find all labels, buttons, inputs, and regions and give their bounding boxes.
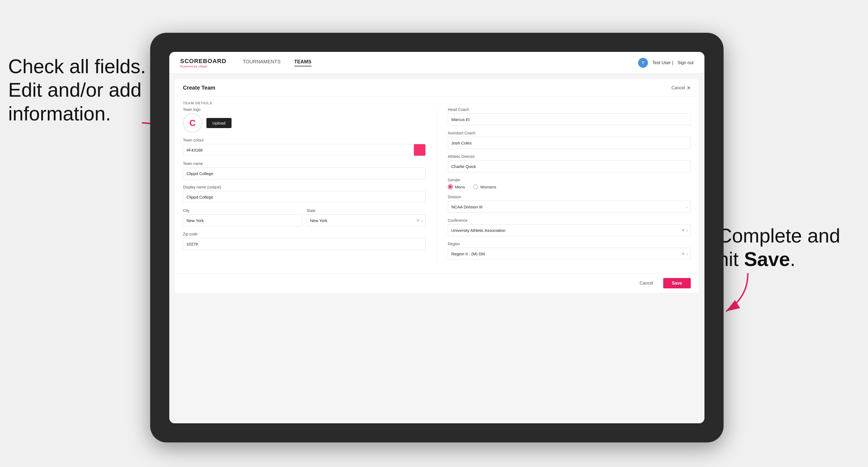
gender-womens-option[interactable]: Womens — [473, 184, 496, 189]
display-name-label: Display name (unique) — [183, 185, 426, 189]
create-team-modal: Create Team Cancel ✕ TEAM DETAILS Team l… — [175, 79, 699, 293]
right-annotation-bold: Save — [744, 248, 790, 270]
womens-radio-dot[interactable] — [473, 184, 478, 189]
logo-main: SCOREBOARD — [180, 58, 226, 65]
annotation-line3: information. — [8, 103, 111, 125]
color-row — [183, 144, 426, 156]
region-select-wrapper: Region II - (M) DIII ✕ ⌄ — [448, 248, 691, 260]
nav-teams[interactable]: TEAMS — [294, 59, 312, 66]
annotation-line1: Check all fields. — [8, 56, 146, 77]
conference-select[interactable]: University Athletic Association — [448, 224, 691, 236]
conference-label: Conference — [448, 218, 691, 223]
athletic-director-group: Athletic Director — [448, 154, 691, 172]
team-name-label: Team name — [183, 161, 426, 166]
division-group: Division NCAA Division III ⌄ — [448, 195, 691, 213]
zip-input[interactable] — [183, 238, 426, 250]
conference-group: Conference University Athletic Associati… — [448, 218, 691, 236]
save-button[interactable]: Save — [663, 278, 691, 288]
team-name-input[interactable] — [183, 167, 426, 180]
modal-header: Create Team Cancel ✕ — [175, 79, 699, 97]
city-label: City — [183, 208, 302, 213]
nav-user-text: Test User | — [652, 60, 673, 65]
region-group: Region Region II - (M) DIII ✕ ⌄ — [448, 242, 691, 260]
modal-cancel-button[interactable]: Cancel ✕ — [672, 85, 691, 91]
state-group: State New York ✕ ⌄ — [307, 208, 426, 226]
close-icon[interactable]: ✕ — [687, 85, 691, 91]
signout-link[interactable]: Sign out — [677, 60, 693, 65]
navbar: SCOREBOARD Powered by clippd TOURNAMENTS… — [169, 52, 705, 74]
user-avatar: T — [638, 58, 648, 68]
nav-tournaments[interactable]: TOURNAMENTS — [243, 59, 281, 66]
city-state-group: City State New York ✕ — [183, 208, 426, 226]
logo-area: SCOREBOARD Powered by clippd — [180, 58, 226, 68]
mens-label: Mens — [455, 185, 465, 189]
city-group: City — [183, 208, 302, 226]
zip-group: Zip code — [183, 232, 426, 250]
gender-group: Gender Mens Womens — [448, 178, 691, 189]
team-colour-input[interactable] — [183, 144, 414, 156]
right-annotation-line1: Complete and — [718, 225, 840, 247]
modal-title: Create Team — [183, 85, 215, 91]
mens-radio-dot[interactable] — [448, 184, 453, 189]
assistant-coach-group: Assistant Coach — [448, 131, 691, 149]
head-coach-group: Head Coach — [448, 107, 691, 125]
conference-select-wrapper: University Athletic Association ✕ ⌄ — [448, 224, 691, 236]
cancel-header-label: Cancel — [672, 86, 685, 90]
state-select[interactable]: New York — [307, 214, 426, 226]
team-colour-label: Team colour — [183, 138, 426, 142]
gender-label: Gender — [448, 178, 691, 182]
division-select[interactable]: NCAA Division III — [448, 201, 691, 213]
section-label: TEAM DETAILS — [175, 97, 699, 107]
modal-footer: Cancel Save — [175, 273, 699, 293]
tablet-screen: SCOREBOARD Powered by clippd TOURNAMENTS… — [169, 52, 705, 423]
head-coach-input[interactable] — [448, 113, 691, 125]
athletic-director-label: Athletic Director — [448, 154, 691, 159]
gender-mens-option[interactable]: Mens — [448, 184, 465, 189]
form-right: Head Coach Assistant Coach Athletic Dire… — [437, 107, 691, 265]
logo-circle: C — [183, 113, 202, 132]
state-select-wrapper: New York ✕ ⌄ — [307, 214, 426, 226]
left-annotation: Check all fields. Edit and/or add inform… — [8, 55, 150, 125]
display-name-group: Display name (unique) — [183, 185, 426, 203]
form-body: Team logo C Upload Team colour — [175, 107, 699, 273]
main-content: Create Team Cancel ✕ TEAM DETAILS Team l… — [169, 74, 705, 423]
nav-links: TOURNAMENTS TEAMS — [243, 59, 638, 66]
tablet-device: SCOREBOARD Powered by clippd TOURNAMENTS… — [150, 33, 723, 442]
team-name-group: Team name — [183, 161, 426, 180]
gender-row: Mens Womens — [448, 184, 691, 189]
head-coach-label: Head Coach — [448, 107, 691, 112]
form-left: Team logo C Upload Team colour — [183, 107, 437, 265]
city-input[interactable] — [183, 214, 302, 226]
right-annotation: Complete and hit Save. — [718, 224, 860, 271]
team-logo-label: Team logo — [183, 107, 426, 112]
region-select[interactable]: Region II - (M) DIII — [448, 248, 691, 260]
assistant-coach-input[interactable] — [448, 137, 691, 149]
state-label: State — [307, 208, 426, 213]
zip-label: Zip code — [183, 232, 426, 236]
assistant-coach-label: Assistant Coach — [448, 131, 691, 135]
division-select-wrapper: NCAA Division III ⌄ — [448, 201, 691, 213]
cancel-button[interactable]: Cancel — [634, 278, 659, 288]
upload-button[interactable]: Upload — [207, 118, 231, 128]
annotation-line2: Edit and/or add — [8, 79, 142, 101]
nav-right: T Test User | Sign out — [638, 58, 693, 68]
color-swatch[interactable] — [414, 144, 426, 156]
division-label: Division — [448, 195, 691, 199]
region-label: Region — [448, 242, 691, 246]
logo-sub: Powered by clippd — [180, 65, 226, 68]
athletic-director-input[interactable] — [448, 160, 691, 172]
womens-label: Womens — [480, 185, 496, 189]
team-logo-group: Team logo C Upload — [183, 107, 426, 132]
right-annotation-line3: . — [790, 248, 795, 270]
display-name-input[interactable] — [183, 191, 426, 203]
team-colour-group: Team colour — [183, 138, 426, 156]
logo-section: C Upload — [183, 113, 426, 132]
